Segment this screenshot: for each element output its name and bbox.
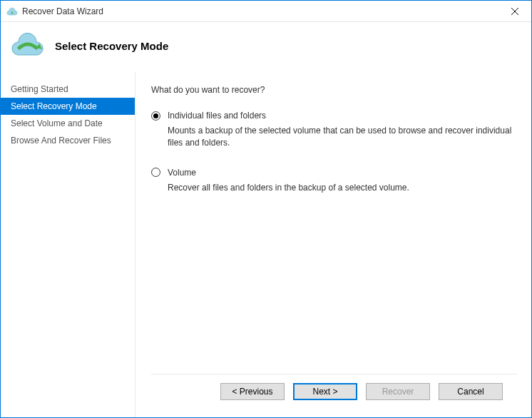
content-inner: What do you want to recover? Individual … <box>151 85 517 374</box>
cancel-button[interactable]: Cancel <box>439 383 503 400</box>
window-title: Recover Data Wizard <box>22 6 504 16</box>
option-individual-files[interactable]: Individual files and folders Mounts a ba… <box>151 111 517 149</box>
radio-volume[interactable] <box>151 168 160 177</box>
close-button[interactable] <box>504 1 526 22</box>
recovery-prompt: What do you want to recover? <box>151 85 517 95</box>
sidebar-item-browse-and-recover-files[interactable]: Browse And Recover Files <box>1 132 135 149</box>
next-button[interactable]: Next > <box>293 383 357 400</box>
wizard-footer: < Previous Next > Recover Cancel <box>151 374 517 410</box>
close-icon <box>511 8 518 15</box>
sidebar-item-select-volume-and-date[interactable]: Select Volume and Date <box>1 115 135 132</box>
wizard-header: Select Recovery Mode <box>1 22 531 72</box>
option-description: Mounts a backup of the selected volume t… <box>168 125 517 149</box>
wizard-content: What do you want to recover? Individual … <box>135 72 531 417</box>
sidebar-item-select-recovery-mode[interactable]: Select Recovery Mode <box>1 98 135 115</box>
option-label: Individual files and folders <box>168 111 266 121</box>
wizard-body: Getting Started Select Recovery Mode Sel… <box>1 72 531 417</box>
recover-button: Recover <box>366 383 430 400</box>
radio-individual-files[interactable] <box>151 111 160 121</box>
page-title: Select Recovery Mode <box>55 40 168 52</box>
sidebar-item-getting-started[interactable]: Getting Started <box>1 81 135 98</box>
wizard-steps-sidebar: Getting Started Select Recovery Mode Sel… <box>1 72 135 417</box>
option-volume[interactable]: Volume Recover all files and folders in … <box>151 168 517 194</box>
option-header: Volume <box>151 168 517 178</box>
option-description: Recover all files and folders in the bac… <box>168 182 517 194</box>
option-label: Volume <box>168 168 196 178</box>
cloud-icon <box>6 6 18 17</box>
title-bar: Recover Data Wizard <box>1 1 531 22</box>
option-header: Individual files and folders <box>151 111 517 121</box>
previous-button[interactable]: < Previous <box>220 383 285 400</box>
cloud-recovery-icon <box>6 28 49 63</box>
